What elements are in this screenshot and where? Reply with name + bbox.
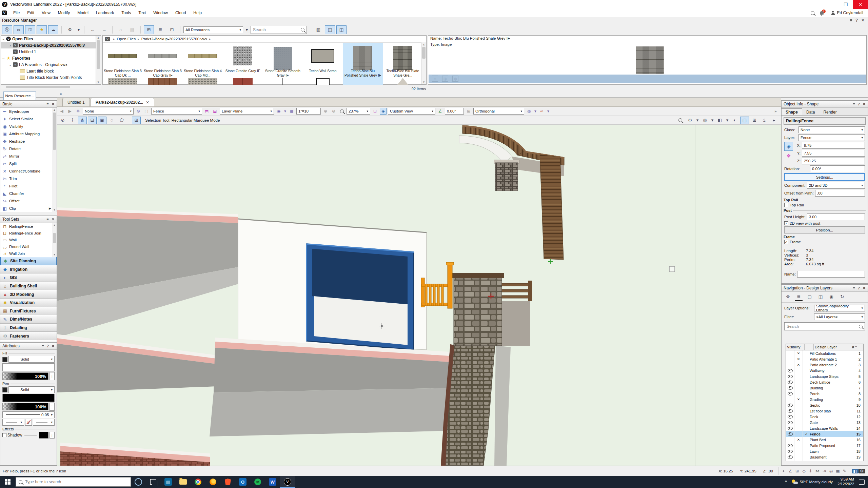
- projection-dropdown[interactable]: Orthogonal: [473, 108, 524, 115]
- pen-style-dropdown[interactable]: Solid: [8, 386, 55, 393]
- palette-menu-icon[interactable]: ≡: [46, 102, 48, 106]
- taskbar-clock[interactable]: 9:59 AM 2/12/2022: [837, 477, 854, 487]
- design-layers-nav-icon[interactable]: ≣: [795, 293, 803, 301]
- workgroup-filter-button[interactable]: ⚿: [25, 25, 35, 34]
- render-cube-icon[interactable]: ◇: [432, 76, 438, 82]
- tool-set-category[interactable]: Site Planning: [0, 257, 57, 265]
- panel-close-icon[interactable]: ✕: [863, 286, 866, 290]
- palette-close-icon[interactable]: ✕: [52, 102, 55, 106]
- show-preview-button[interactable]: ◫: [336, 25, 347, 34]
- fill-opacity-menu-icon[interactable]: ⋮: [50, 372, 55, 380]
- open-files-filter-button[interactable]: Ⓥ: [2, 25, 12, 34]
- breadcrumb-segment[interactable]: Parks2-Backup-20220209155700.vwx: [141, 37, 207, 41]
- gear-dropdown-arrow-icon[interactable]: ▾: [695, 117, 699, 124]
- name-field[interactable]: [797, 271, 865, 278]
- design-layer-row[interactable]: ✕ ✓ Plant Bed 16: [786, 437, 863, 443]
- design-layer-row[interactable]: ✕ ✓ Building 7: [786, 385, 863, 391]
- status-snap-icon[interactable]: ▦: [834, 469, 841, 473]
- selection-settings-icon[interactable]: ⊞: [132, 117, 141, 124]
- browser-vertical-scrollbar[interactable]: ▲ ▼: [421, 42, 426, 84]
- cortana-button[interactable]: [131, 476, 146, 488]
- favorites-filter-button[interactable]: ★: [37, 25, 47, 34]
- tool-set-tool[interactable]: Railing/Fence: [0, 223, 53, 230]
- polygon-marquee-icon[interactable]: ⬠: [117, 117, 126, 124]
- document-tab[interactable]: Untitled 1 ✕: [62, 98, 90, 106]
- multi-pane-icon[interactable]: ⊞: [750, 117, 759, 124]
- basic-tool[interactable]: Split ▶: [0, 160, 53, 167]
- status-smart-options-icon[interactable]: ◧: [852, 469, 859, 473]
- tree-item[interactable]: Parks2-Backup-20220209155700.v: [1, 42, 101, 48]
- zoom-level-dropdown[interactable]: 237%: [347, 108, 370, 115]
- tool-set-tool[interactable]: Round Wall: [0, 243, 53, 250]
- tree-vertical-scrollbar[interactable]: ▲ ▼: [96, 36, 101, 84]
- tree-item[interactable]: Untitled 1: [1, 48, 101, 55]
- resource-thumbnail[interactable]: Stone Fieldstone Slab 3 Cap Gray IF: [143, 43, 183, 85]
- tool-set-category[interactable]: Visualization: [0, 299, 57, 307]
- start-button[interactable]: [0, 476, 16, 488]
- tree-item[interactable]: Favorites: [1, 55, 101, 61]
- layer-visible-eye-icon[interactable]: [788, 427, 793, 430]
- teapot-dropdown-arrow-icon[interactable]: ▾: [710, 117, 714, 124]
- layer-scale-field[interactable]: 1"=10': [296, 108, 321, 115]
- design-layer-row[interactable]: ✕ ✓ Landscape Steps 5: [786, 373, 863, 379]
- object-info-tab[interactable]: Render: [819, 109, 841, 115]
- basic-tool[interactable]: Visibility ▶: [0, 123, 53, 130]
- tool-set-category[interactable]: GIS: [0, 273, 57, 282]
- rectangular-marquee-icon[interactable]: ▣: [98, 117, 106, 124]
- basic-tool[interactable]: Fillet ▶: [0, 182, 53, 190]
- status-snap-icon[interactable]: ◎: [828, 469, 834, 473]
- resource-thumbnail[interactable]: Techo-Bloc Blu Slate Shale Gre...: [383, 43, 423, 85]
- status-snap-icon[interactable]: ⊞: [794, 469, 801, 473]
- single-pane-icon[interactable]: ▢: [740, 117, 749, 124]
- user-account-button[interactable]: Ed Coykendall: [831, 11, 863, 15]
- pen-opacity-bar[interactable]: 100%: [2, 403, 48, 410]
- active-class-dropdown[interactable]: Fence: [151, 108, 202, 115]
- layer-visible-eye-icon[interactable]: [788, 455, 793, 459]
- position-button[interactable]: Position...: [784, 226, 865, 233]
- panel-help-icon[interactable]: ?: [858, 102, 860, 106]
- render-dropdown-arrow-icon[interactable]: ▾: [534, 108, 537, 115]
- render-sphere-icon[interactable]: ◎: [442, 76, 448, 82]
- basic-palette-scrollbar[interactable]: ▲▼: [52, 108, 57, 212]
- design-layer-row[interactable]: ✕ ✓ Gate 13: [786, 420, 863, 425]
- layer-dropdown[interactable]: Fence: [798, 134, 865, 141]
- analysis-tool-icon[interactable]: [676, 117, 685, 124]
- layer-visible-eye-icon[interactable]: [788, 409, 793, 413]
- layer-visible-eye-icon[interactable]: [788, 375, 793, 378]
- basic-tool[interactable]: Rotate ▶: [0, 145, 53, 152]
- back-button[interactable]: ←: [87, 25, 98, 34]
- mode-bar-overflow-button[interactable]: ▸: [770, 117, 778, 124]
- palette-menu-icon[interactable]: ≡: [46, 217, 48, 222]
- basic-tool[interactable]: Trim ▶: [0, 175, 53, 182]
- forward-button[interactable]: →: [99, 25, 109, 34]
- view-forward-button[interactable]: ▶: [66, 108, 73, 115]
- design-layer-row[interactable]: ✕ ✓ Fill Calculations 1: [786, 350, 863, 356]
- tool-set-category[interactable]: Fasteners: [0, 332, 57, 340]
- resource-thumbnail[interactable]: Techo Wall Sema: [303, 43, 343, 85]
- current-view-dropdown[interactable]: Custom View: [388, 108, 435, 115]
- layer-hidden-x-icon[interactable]: ✕: [797, 363, 800, 367]
- tree-caret-icon[interactable]: [1, 37, 6, 41]
- basic-tool[interactable]: Clip ▶: [0, 205, 53, 212]
- taskbar-app-vectorworks[interactable]: V: [280, 476, 295, 488]
- tool-set-category[interactable]: Dims/Notes: [0, 315, 57, 324]
- filter-dropdown-arrow-icon[interactable]: ▾: [244, 25, 249, 34]
- selection-handle[interactable]: [669, 266, 675, 272]
- more-chevron-icon[interactable]: »: [60, 92, 62, 96]
- layer-visible-eye-icon[interactable]: [788, 369, 793, 372]
- layer-visible-eye-icon[interactable]: [788, 381, 793, 384]
- action-center-icon[interactable]: [859, 480, 865, 485]
- design-layer-row[interactable]: ✕ ✓ Porch 8: [786, 391, 863, 396]
- document-settings-gear-icon[interactable]: ⚙: [686, 117, 694, 124]
- z-field[interactable]: 250.25: [802, 158, 865, 164]
- vertex-mode-icon[interactable]: ⌇: [68, 117, 77, 124]
- render-options-icon[interactable]: ∞: [538, 108, 545, 115]
- basic-tool[interactable]: Reshape ▶: [0, 138, 53, 145]
- design-layer-row[interactable]: ✕ ✓ Patio Proposed 17: [786, 443, 863, 448]
- viewports-nav-icon[interactable]: ◫: [817, 293, 824, 300]
- panel-menu-icon[interactable]: ≡: [853, 286, 855, 290]
- design-layer-row[interactable]: ✕ ✓ Landscape Walls 14: [786, 425, 863, 431]
- visibility-column-header[interactable]: Visibility: [786, 344, 805, 350]
- basic-tool[interactable]: Select Similar ▶: [0, 115, 53, 123]
- rotation-angle-icon[interactable]: ∠: [437, 108, 443, 115]
